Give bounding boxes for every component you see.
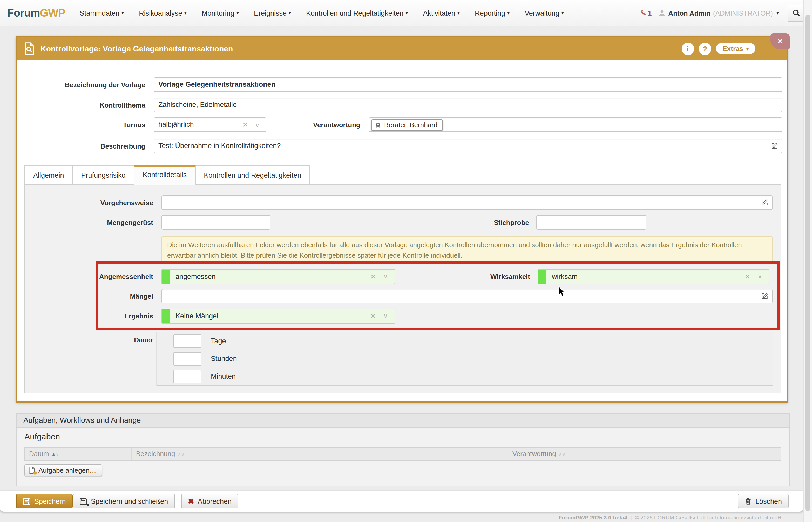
nav-item-risikoanalyse[interactable]: Risikoanalyse▾ (139, 9, 187, 17)
nav-item-stammdaten[interactable]: Stammdaten▾ (80, 9, 124, 17)
clear-icon[interactable]: ✕ (243, 118, 248, 132)
panel-title: Kontrollvorlage: Vorlage Gelegenheitstra… (41, 44, 233, 53)
sort-indicator: ▲∨ (51, 447, 59, 461)
nav-item-label: Verwaltung (525, 9, 559, 17)
dauer-stunden-input[interactable] (173, 352, 202, 366)
kontrollthema-value: Zahlscheine, Edelmetalle (158, 101, 237, 108)
edit-icon[interactable] (761, 199, 768, 206)
info-button[interactable]: i (682, 42, 694, 55)
add-task-button[interactable]: ✱ Aufgabe anlegen… (24, 464, 103, 476)
chevron-down-icon[interactable]: ∨ (383, 269, 388, 284)
app-logo[interactable]: ForumGWP (7, 7, 65, 19)
help-button[interactable]: ? (699, 42, 711, 55)
copyright: © 2025 FORUM Gesellschaft für Informatio… (635, 514, 782, 520)
status-green-stripe (162, 269, 170, 284)
delete-button[interactable]: Löschen (738, 494, 789, 508)
column-header-bezeichnung[interactable]: Bezeichnung ∧∨ (132, 448, 508, 460)
verantwortung-chip-label: Berater, Bernhard (384, 121, 437, 130)
vertical-scrollbar[interactable] (803, 0, 812, 522)
edit-icon[interactable] (771, 142, 778, 149)
tab-kontrolldetails[interactable]: Kontrolldetails (134, 165, 196, 185)
vorgehensweise-input[interactable] (162, 195, 773, 210)
unsaved-changes-indicator[interactable]: ✎ 1 (640, 8, 652, 18)
chevron-down-icon: ▾ (457, 11, 460, 16)
tab-label: Prüfungsrisiko (81, 172, 126, 179)
search-button[interactable] (788, 4, 805, 22)
nav-item-label: Ereignisse (254, 9, 287, 17)
chevron-down-icon: ▾ (289, 11, 291, 16)
tab-kontrollen-regeltaetigkeiten[interactable]: Kontrollen und Regeltätigkeiten (195, 165, 310, 185)
chevron-down-icon: ▾ (405, 11, 408, 16)
top-navigation: ForumGWP Stammdaten▾ Risikoanalyse▾ Moni… (0, 0, 812, 26)
nav-item-label: Monitoring (202, 9, 234, 17)
save-button[interactable]: Speichern (16, 494, 73, 508)
logo-part-gwp: GWP (40, 7, 65, 19)
tab-label: Kontrollen und Regeltätigkeiten (204, 172, 301, 179)
chevron-down-icon: ▾ (776, 11, 779, 16)
verantwortung-field[interactable]: Berater, Bernhard (369, 117, 783, 132)
mengengeruest-input[interactable] (162, 215, 270, 229)
maengel-input[interactable] (162, 289, 773, 303)
angemessenheit-select[interactable]: angemessen ✕ ∨ (162, 269, 395, 284)
beschreibung-input[interactable]: Test: Übernahme in Kontrolltätigkeiten? (154, 139, 783, 153)
main-menu: Stammdaten▾ Risikoanalyse▾ Monitoring▾ E… (80, 9, 564, 17)
column-label: Verantwortung (513, 448, 556, 460)
nav-item-label: Aktivitäten (423, 9, 455, 17)
footer-separator: | (630, 514, 632, 520)
wirksamkeit-select[interactable]: wirksam ✕ ∨ (538, 269, 769, 284)
nav-item-kontrollen[interactable]: Kontrollen und Regeltätigkeiten▾ (306, 9, 408, 17)
cancel-button[interactable]: ✖ Abbrechen (181, 494, 238, 508)
save-close-icon: x (79, 497, 87, 505)
unsaved-changes-count: 1 (648, 9, 652, 17)
nav-item-verwaltung[interactable]: Verwaltung▾ (525, 9, 564, 17)
beschreibung-value: Test: Übernahme in Kontrolltätigkeiten? (158, 142, 280, 149)
nav-right-area: ✎ 1 Anton Admin (ADMINISTRATOR) ▾ (640, 4, 805, 22)
tasks-subtitle: Aufgaben (24, 432, 60, 441)
panel-header: Kontrollvorlage: Vorlage Gelegenheitstra… (17, 37, 787, 60)
maengel-label: Mängel (25, 293, 153, 300)
extras-button[interactable]: Extras ▾ (716, 43, 755, 54)
sort-up-icon: ∧ (178, 451, 181, 457)
turnus-select[interactable]: halbjährlich ✕ ∨ (154, 117, 266, 132)
dauer-tage-input[interactable] (173, 335, 202, 348)
nav-item-ereignisse[interactable]: Ereignisse▾ (254, 9, 291, 17)
clear-icon[interactable]: ✕ (745, 269, 750, 284)
tab-label: Kontrolldetails (143, 171, 187, 179)
mengengeruest-label: Mengengerüst (25, 219, 153, 226)
scrollbar-thumb[interactable] (805, 15, 810, 511)
chevron-down-icon: ▾ (507, 11, 509, 16)
nav-item-reporting[interactable]: Reporting▾ (475, 9, 509, 17)
tasks-section-title: Aufgaben, Workflows und Anhänge (23, 416, 141, 424)
panel-header-actions: i ? Extras ▾ (682, 42, 780, 55)
kontrollthema-input[interactable]: Zahlscheine, Edelmetalle (154, 98, 783, 112)
cancel-label: Abbrechen (197, 497, 232, 505)
sort-asc-icon: ▲ (51, 452, 56, 457)
wirksamkeit-value: wirksam (552, 269, 578, 284)
save-and-close-button[interactable]: x Speichern und schließen (73, 494, 175, 508)
x-icon: x (86, 501, 89, 507)
stichprobe-input[interactable] (536, 215, 646, 229)
tab-allgemein[interactable]: Allgemein (24, 165, 73, 185)
nav-item-aktivitaeten[interactable]: Aktivitäten▾ (423, 9, 460, 17)
column-header-datum[interactable]: Datum ▲∨ (25, 448, 132, 460)
chevron-down-icon[interactable]: ∨ (757, 269, 762, 284)
trash-icon (375, 122, 381, 128)
chevron-down-icon: ▾ (562, 11, 564, 16)
delete-label: Löschen (755, 497, 782, 505)
dauer-minuten-input[interactable] (173, 370, 202, 383)
clear-icon[interactable]: ✕ (370, 269, 376, 284)
tasks-section-header[interactable]: Aufgaben, Workflows und Anhänge (16, 414, 790, 428)
ergebnis-select[interactable]: Keine Mängel ✕ ∨ (162, 308, 395, 324)
edit-icon[interactable] (761, 293, 768, 300)
verantwortung-chip[interactable]: Berater, Bernhard (371, 119, 443, 131)
inheritance-notice: Die im Weiteren ausfüllbaren Felder werd… (162, 236, 773, 265)
user-menu[interactable]: Anton Admin (ADMINISTRATOR) ▾ (659, 9, 779, 17)
column-header-verantwortung[interactable]: Verantwortung ∧∨ (508, 448, 781, 460)
clear-icon[interactable]: ✕ (370, 309, 376, 323)
chevron-down-icon[interactable]: ∨ (383, 309, 388, 323)
bezeichnung-input[interactable]: Vorlage Gelegenheitstransaktionen (154, 77, 783, 92)
chevron-down-icon: ▾ (236, 11, 239, 16)
chevron-down-icon: ▾ (746, 46, 749, 51)
tab-pruefungsrisiko[interactable]: Prüfungsrisiko (73, 165, 134, 185)
nav-item-monitoring[interactable]: Monitoring▾ (202, 9, 239, 17)
